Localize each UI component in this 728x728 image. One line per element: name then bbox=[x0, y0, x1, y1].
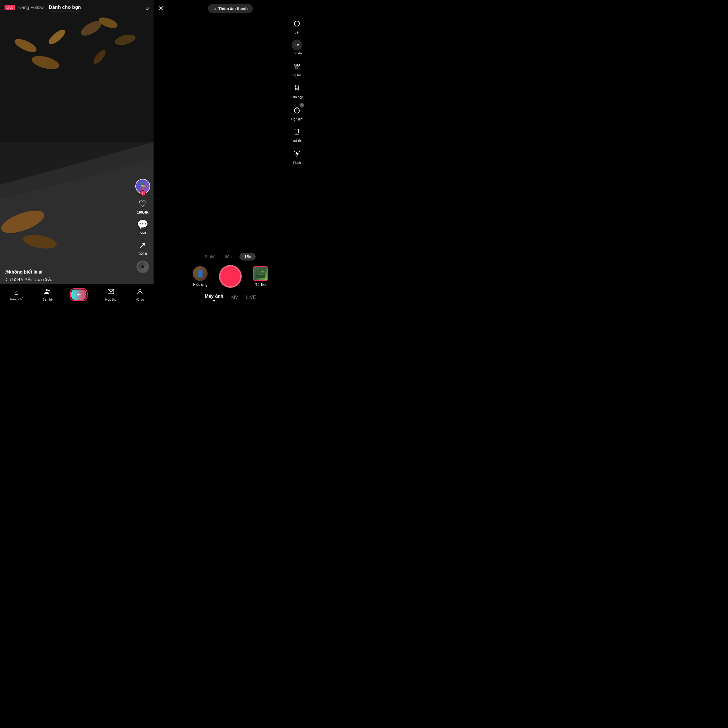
comment-icon: 💬 bbox=[137, 219, 148, 230]
comment-button[interactable]: 💬 568 bbox=[137, 219, 148, 235]
nav-profile[interactable]: Hồ sơ bbox=[135, 288, 144, 301]
upload-button[interactable]: Tải lên bbox=[253, 266, 268, 287]
right-actions: 🦆 + ♡ 190,4K 💬 568 ↗ 3218 bbox=[135, 179, 150, 273]
svg-rect-31 bbox=[294, 129, 298, 133]
share-count: 3218 bbox=[139, 252, 147, 256]
tab-for-you[interactable]: Dành cho bạn bbox=[49, 4, 81, 11]
mode-camera[interactable]: Máy ảnh bbox=[205, 294, 223, 301]
creator-avatar-wrap[interactable]: 🦆 + bbox=[135, 179, 150, 194]
camera-panel: ✕ ♫ Thêm âm thanh Lật 1x Tốc độ bbox=[154, 0, 307, 307]
camera-tools: Lật 1x Tốc độ Bộ lọc Làm đẹp bbox=[291, 18, 303, 164]
svg-point-11 bbox=[0, 206, 47, 237]
svg-point-5 bbox=[97, 15, 119, 30]
nav-home[interactable]: ⌂ Trang chủ bbox=[9, 288, 24, 301]
tab-following[interactable]: Đang Follow bbox=[18, 5, 43, 10]
svg-point-39 bbox=[262, 271, 264, 273]
tiktok-feed-panel: LIVE Đang Follow Dành cho bạn ⌕ 🦆 + ♡ 19… bbox=[0, 0, 154, 307]
svg-point-9 bbox=[31, 54, 61, 72]
record-button[interactable] bbox=[219, 265, 242, 288]
filter-icon bbox=[291, 60, 303, 72]
share-icon: ↗ bbox=[139, 240, 147, 251]
top-bar: LIVE Đang Follow Dành cho bạn ⌕ bbox=[0, 0, 154, 15]
nav-friends[interactable]: Bạn bè bbox=[42, 288, 53, 301]
timer-label: Hẹn giờ bbox=[291, 117, 303, 121]
music-row[interactable]: ♫ @Đ H V P Âm thanh Gốc bbox=[5, 277, 131, 281]
create-button[interactable]: + bbox=[71, 289, 86, 300]
music-note-icon: ♫ bbox=[5, 277, 8, 281]
timer-value: 3 bbox=[300, 103, 304, 107]
beauty-label: Làm đẹp bbox=[291, 95, 303, 99]
camera-bottom-controls: 3 phút 60s 15s 👤 Hiệu ứng Tải lên Máy ản… bbox=[154, 249, 307, 307]
beauty-button[interactable]: Làm đẹp bbox=[291, 82, 303, 99]
add-sound-label: Thêm âm thanh bbox=[219, 6, 248, 11]
nav-inbox-label: Hộp thư bbox=[105, 298, 116, 301]
mode-live[interactable]: LIVE bbox=[246, 295, 256, 300]
live-badge: LIVE bbox=[5, 5, 15, 10]
filter-button[interactable]: Bộ lọc bbox=[291, 60, 303, 77]
svg-point-6 bbox=[113, 33, 137, 47]
effects-label: Hiệu ứng bbox=[193, 283, 207, 287]
share-button[interactable]: ↗ 3218 bbox=[139, 240, 147, 256]
speed-button[interactable]: 1x Tốc độ bbox=[292, 40, 302, 55]
svg-point-4 bbox=[78, 18, 103, 38]
camera-top-bar: ✕ ♫ Thêm âm thanh bbox=[154, 0, 307, 15]
profile-icon bbox=[136, 288, 143, 297]
svg-point-16 bbox=[139, 289, 141, 292]
mode-tabs: Máy ảnh MV LIVE bbox=[205, 294, 256, 301]
creator-username[interactable]: @không biết là ai bbox=[5, 269, 131, 275]
flip-icon bbox=[291, 18, 303, 29]
svg-point-13 bbox=[46, 289, 48, 291]
svg-rect-1 bbox=[0, 0, 154, 142]
svg-marker-2 bbox=[0, 142, 154, 307]
add-sound-button[interactable]: ♫ Thêm âm thanh bbox=[208, 4, 253, 13]
search-icon[interactable]: ⌕ bbox=[145, 4, 149, 11]
nav-inbox[interactable]: Hộp thư bbox=[105, 288, 116, 301]
mode-mv[interactable]: MV bbox=[231, 295, 238, 300]
effects-button[interactable]: 👤 Hiệu ứng bbox=[193, 266, 208, 287]
filter-label: Bộ lọc bbox=[292, 73, 301, 77]
svg-marker-34 bbox=[295, 150, 298, 157]
timer-button[interactable]: 3 Hẹn giờ bbox=[291, 104, 303, 121]
flip-label: Lật bbox=[295, 31, 299, 34]
flip-camera-button[interactable]: Lật bbox=[291, 18, 303, 34]
comment-count: 568 bbox=[140, 231, 146, 235]
upload-label: Tải lên bbox=[255, 283, 266, 287]
speed-label: Tốc độ bbox=[292, 52, 302, 55]
svg-point-8 bbox=[46, 27, 67, 47]
svg-point-12 bbox=[22, 232, 58, 251]
svg-point-14 bbox=[48, 289, 50, 291]
duration-tabs: 3 phút 60s 15s bbox=[205, 253, 256, 260]
music-title: @Đ H V P Âm thanh Gốc bbox=[10, 277, 52, 281]
duration-60s[interactable]: 60s bbox=[225, 254, 231, 259]
duration-15s[interactable]: 15s bbox=[239, 253, 255, 260]
speed-value: 1x bbox=[295, 43, 299, 47]
flash-button[interactable]: Flash bbox=[291, 148, 303, 164]
capture-row: 👤 Hiệu ứng Tải lên bbox=[154, 265, 307, 288]
close-button[interactable]: ✕ bbox=[158, 5, 164, 12]
upload-thumbnail bbox=[253, 266, 268, 281]
effect-avatar-icon: 👤 bbox=[193, 266, 208, 281]
svg-rect-0 bbox=[0, 0, 154, 307]
timer-icon: 3 bbox=[291, 104, 303, 116]
music-icon: ♫ bbox=[213, 6, 216, 11]
nav-friends-label: Bạn bè bbox=[42, 298, 53, 301]
like-button[interactable]: ♡ 190,4K bbox=[137, 198, 149, 214]
inbox-icon bbox=[107, 288, 114, 297]
beauty-icon bbox=[291, 82, 303, 94]
reply-button[interactable]: Trả lời bbox=[291, 126, 303, 143]
nav-profile-label: Hồ sơ bbox=[135, 298, 144, 301]
like-count: 190,4K bbox=[137, 210, 149, 214]
speed-icon: 1x bbox=[292, 40, 302, 50]
plus-icon: + bbox=[77, 291, 81, 298]
flash-label: Flash bbox=[293, 161, 301, 164]
duration-3min[interactable]: 3 phút bbox=[205, 254, 217, 259]
video-info: @không biết là ai ♫ @Đ H V P Âm thanh Gố… bbox=[5, 269, 131, 281]
follow-plus-badge[interactable]: + bbox=[140, 190, 145, 196]
music-disc[interactable] bbox=[136, 260, 149, 273]
svg-line-25 bbox=[298, 85, 298, 86]
friends-icon bbox=[44, 288, 51, 297]
heart-icon: ♡ bbox=[139, 198, 147, 209]
svg-point-7 bbox=[13, 37, 38, 55]
nav-home-label: Trang chủ bbox=[9, 297, 24, 301]
reply-label: Trả lời bbox=[292, 139, 301, 143]
